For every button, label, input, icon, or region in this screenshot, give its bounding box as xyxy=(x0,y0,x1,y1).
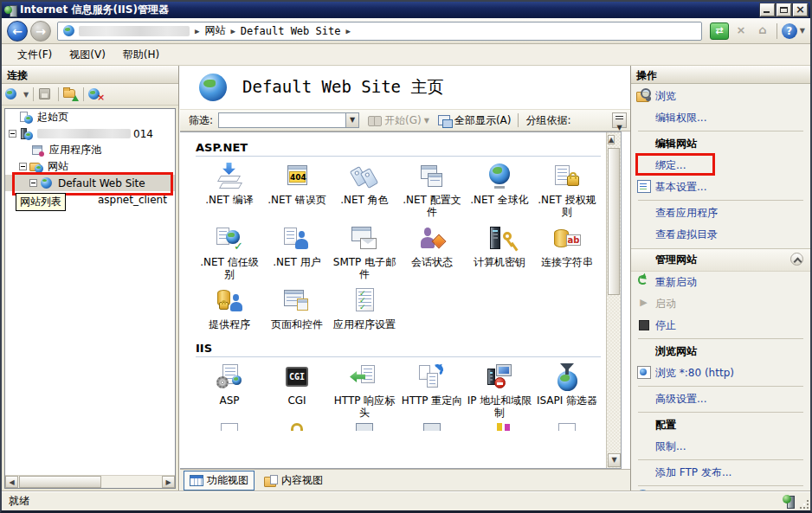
action-browse[interactable]: 浏览 xyxy=(631,86,810,107)
http-redirect-icon xyxy=(416,363,448,393)
feature-pages-and-controls[interactable]: 页面和控件 xyxy=(263,283,331,333)
stop-nav-button[interactable]: × xyxy=(731,22,751,40)
feature-providers[interactable]: 提供程序 xyxy=(196,283,263,333)
filter-overflow-button[interactable]: ▼ xyxy=(612,112,627,128)
action-basic-settings[interactable]: 基本设置... xyxy=(631,176,810,198)
menu-file[interactable]: 文件(F) xyxy=(9,45,61,65)
minimize-button[interactable] xyxy=(760,3,775,16)
feature-net-users[interactable]: .NET 用户 xyxy=(263,221,331,283)
feature-net-authorization-rules[interactable]: .NET 授权规则 xyxy=(533,158,601,221)
action-stop[interactable]: 停止 xyxy=(631,315,810,337)
action-limits[interactable]: 限制... xyxy=(631,436,810,458)
feature-session-state[interactable]: 会话状态 xyxy=(398,221,466,283)
filter-input[interactable] xyxy=(218,112,346,128)
tree-item-default-web-site[interactable]: Default Web Site xyxy=(5,175,175,191)
feature-isapi-filters[interactable]: ISAPI 筛选器 xyxy=(533,359,601,421)
maximize-button[interactable] xyxy=(777,3,791,16)
feature-net-error-pages[interactable]: 404 .NET 错误页 xyxy=(263,158,331,221)
tab-content-view[interactable]: 内容视图 xyxy=(258,471,329,491)
tree-item-server[interactable]: 014 xyxy=(5,125,175,142)
feature-cgi[interactable]: CGI CGI xyxy=(263,359,331,421)
resize-grip[interactable] xyxy=(800,500,809,509)
scroll-down-icon[interactable]: ▼ xyxy=(608,453,621,467)
feature-connection-strings[interactable]: ab 连接字符串 xyxy=(533,221,601,283)
tab-features-view[interactable]: 功能视图 xyxy=(184,471,255,491)
menu-help[interactable]: 帮助(H) xyxy=(114,45,168,65)
cgi-icon: CGI xyxy=(280,363,313,393)
collapse-toggle-icon[interactable] xyxy=(19,163,27,170)
feature-net-compilation[interactable]: .NET 编译 xyxy=(196,158,263,221)
restart-icon xyxy=(638,275,648,285)
feature-http-redirect[interactable]: HTTP 重定向 xyxy=(398,359,466,421)
scrollbar-thumb[interactable] xyxy=(19,476,101,488)
create-connection-caret-icon[interactable]: ▼ xyxy=(23,91,29,99)
go-caret-icon[interactable]: ▼ xyxy=(424,117,429,125)
home-button[interactable]: ⌂ xyxy=(753,22,772,40)
feature-net-profile[interactable]: .NET 配置文件 xyxy=(398,158,466,221)
scroll-right-icon[interactable]: ▶ xyxy=(162,476,175,488)
filter-go-button[interactable]: 开始(G) xyxy=(384,113,422,128)
help-toolbar-icon[interactable]: ? xyxy=(782,23,797,39)
feature-http-response-headers[interactable]: HTTP 响应标头 xyxy=(331,359,398,421)
action-advanced-settings[interactable]: 高级设置... xyxy=(631,388,810,410)
tree-item-app-pools[interactable]: 应用程序池 xyxy=(5,142,175,158)
content-vertical-scrollbar[interactable]: ▲ ▼ xyxy=(606,132,621,468)
address-breadcrumb[interactable]: ▶ 网站 ▶ Default Web Site ▶ xyxy=(57,22,702,41)
action-view-applications[interactable]: 查看应用程序 xyxy=(631,202,810,224)
breadcrumb-sites[interactable]: 网站 xyxy=(204,23,225,38)
filter-separator xyxy=(518,113,519,127)
breadcrumb-site[interactable]: Default Web Site xyxy=(241,25,341,37)
show-all-button[interactable]: 全部显示(A) xyxy=(454,113,512,128)
up-level-icon[interactable] xyxy=(63,87,79,101)
feature-net-trust-levels[interactable]: .NET 信任级别 xyxy=(196,221,263,283)
toolbar-separator xyxy=(58,87,59,101)
feature-machine-key[interactable]: 计算机密钥 xyxy=(466,221,533,283)
action-browse-80[interactable]: 浏览 *:80 (http) xyxy=(631,362,810,384)
http-response-headers-icon xyxy=(348,363,381,393)
actions-separator xyxy=(638,459,803,460)
help-dropdown-caret-icon[interactable]: ▼ xyxy=(800,27,805,35)
web-site-icon xyxy=(40,177,54,189)
scroll-left-icon[interactable]: ◀ xyxy=(5,476,18,488)
filter-bar: 筛选: ▼ 开始(G) ▼ 全部显示(A) 分组依据: ▼ xyxy=(180,109,630,131)
action-restart[interactable]: 重新启动 xyxy=(631,272,810,293)
action-edit-permissions[interactable]: 编辑权限... xyxy=(631,107,810,129)
net-error-pages-icon: 404 xyxy=(280,163,313,192)
filter-dropdown-icon[interactable]: ▼ xyxy=(346,112,359,128)
actions-group-configure: 配置 xyxy=(631,414,810,436)
breadcrumb-arrow-icon: ▶ xyxy=(230,27,235,35)
actions-separator xyxy=(638,338,803,339)
action-start[interactable]: ▶启动 xyxy=(631,293,810,315)
feature-net-roles[interactable]: .NET 角色 xyxy=(331,158,398,221)
scroll-up-icon[interactable]: ▲ xyxy=(608,135,615,144)
collapse-toggle-icon[interactable] xyxy=(9,130,16,138)
refresh-button[interactable]: ⇄ xyxy=(710,22,729,40)
start-page-icon xyxy=(19,112,33,124)
delete-connection-icon[interactable]: × xyxy=(88,87,104,101)
scrollbar-thumb[interactable] xyxy=(608,148,620,295)
net-users-icon xyxy=(280,225,313,254)
back-button[interactable]: ← xyxy=(7,21,28,42)
action-bindings[interactable]: 绑定... xyxy=(631,155,810,176)
tree-item-start-page[interactable]: 起始页 xyxy=(5,109,175,125)
breadcrumb-arrow-icon: ▶ xyxy=(195,27,199,35)
start-icon: ▶ xyxy=(636,296,651,310)
collapse-group-icon[interactable] xyxy=(790,253,803,266)
save-connections-icon[interactable] xyxy=(38,87,54,101)
tree-horizontal-scrollbar[interactable]: ◀ ▶ xyxy=(5,475,175,488)
forward-button[interactable]: → xyxy=(30,21,51,42)
action-add-ftp[interactable]: 添加 FTP 发布... xyxy=(631,462,810,484)
feature-net-globalization[interactable]: .NET 全球化 xyxy=(466,158,533,221)
tree-item-sites[interactable]: 网站 xyxy=(5,158,175,175)
iis-manager-window: Internet 信息服务(IIS)管理器 ← → ▶ 网站 ▶ Default… xyxy=(0,0,812,513)
feature-smtp-email[interactable]: SMTP 电子邮件 xyxy=(331,221,398,283)
stop-icon xyxy=(636,317,651,331)
feature-application-settings[interactable]: 应用程序设置 xyxy=(331,283,398,333)
collapse-toggle-icon[interactable] xyxy=(29,179,37,187)
menu-view[interactable]: 视图(V) xyxy=(61,45,114,65)
close-button[interactable] xyxy=(793,3,808,16)
feature-ip-restrictions[interactable]: IP 地址和域限制 xyxy=(466,359,533,421)
feature-asp[interactable]: ASP xyxy=(196,359,263,421)
action-view-virtual-directories[interactable]: 查看虚拟目录 xyxy=(631,224,810,246)
create-connection-icon[interactable] xyxy=(5,87,21,101)
